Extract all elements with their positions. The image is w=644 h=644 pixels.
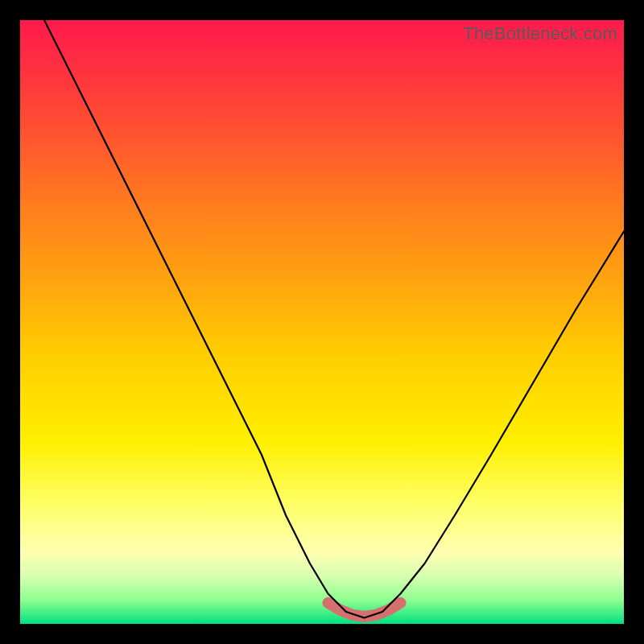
bottleneck-curve <box>44 20 624 618</box>
plot-area: TheBottleneck.com <box>20 20 624 624</box>
bottleneck-curve-svg <box>20 20 624 624</box>
chart-frame: TheBottleneck.com <box>0 0 644 644</box>
